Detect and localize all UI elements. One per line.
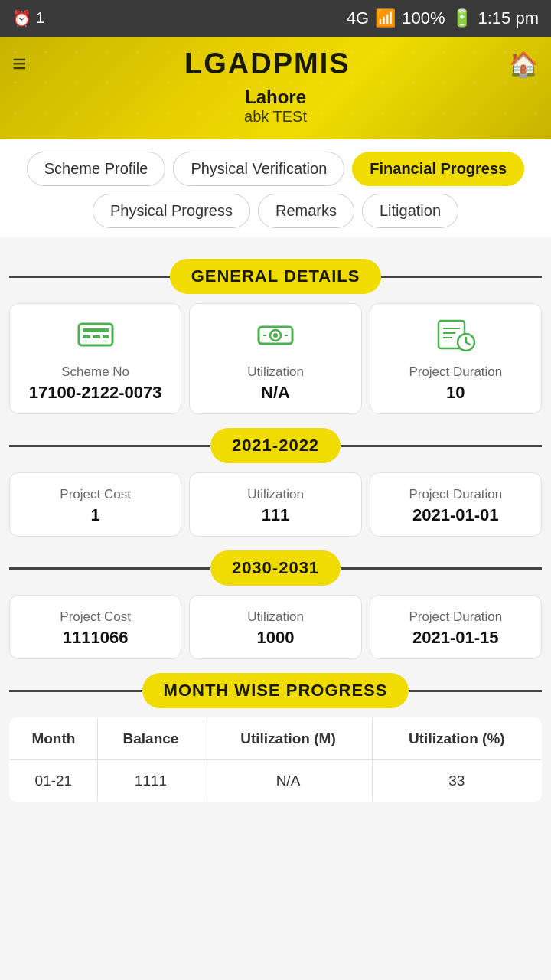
col-utilization-pct: Utilization (%) — [372, 718, 541, 760]
duration-icon — [435, 318, 475, 357]
year-2030-2031-badge: 2030-2031 — [210, 550, 341, 586]
utilization-label: Utilization — [247, 364, 304, 380]
battery-percent: 100% — [402, 8, 445, 28]
year2-project-cost-label: Project Cost — [60, 609, 131, 625]
year1-duration-card: Project Duration 2021-01-01 — [370, 472, 542, 537]
section-line-left-y2 — [9, 567, 210, 570]
location-label: Lahore — [245, 87, 306, 108]
header-top: ≡ LGADPMIS 🏠 — [12, 47, 539, 80]
row-utilization-m: N/A — [204, 760, 373, 802]
tab-physical-progress[interactable]: Physical Progress — [93, 194, 250, 228]
year1-project-cost-value: 1 — [91, 505, 100, 525]
svg-rect-1 — [83, 328, 109, 332]
col-month: Month — [10, 718, 98, 760]
month-wise-progress-badge: MONTH WISE PROGRESS — [142, 673, 409, 708]
year1-project-cost-card: Project Cost 1 — [9, 472, 181, 537]
year1-project-cost-label: Project Cost — [60, 487, 131, 502]
year2-duration-value: 2021-01-15 — [412, 628, 499, 648]
utilization-value: N/A — [261, 383, 290, 403]
year-section-2030-2031: 2030-2031 Project Cost 1111066 Utilizati… — [9, 550, 542, 659]
year-2030-2031-header: 2030-2031 — [9, 550, 542, 586]
year2-project-cost-value: 1111066 — [63, 628, 129, 648]
subtitle-label: abk TESt — [244, 108, 307, 126]
tab-litigation[interactable]: Litigation — [362, 194, 458, 228]
battery-icon: 🔋 — [452, 8, 472, 28]
year-2021-2022-header: 2021-2022 — [9, 428, 542, 463]
project-duration-card: Project Duration 10 — [370, 303, 542, 414]
home-icon[interactable]: 🏠 — [508, 50, 539, 79]
section-line-right-y2 — [341, 567, 542, 570]
svg-rect-2 — [83, 335, 90, 338]
row-utilization-pct: 33 — [372, 760, 541, 802]
scheme-icon — [76, 318, 116, 357]
section-line-right — [381, 276, 542, 278]
table-header-row: Month Balance Utilization (M) Utilizatio… — [10, 718, 542, 760]
status-bar: ⏰ 1 4G 📶 100% 🔋 1:15 pm — [0, 0, 551, 37]
section-line-left-m — [9, 690, 142, 692]
main-content: GENERAL DETAILS Scheme No 17100-2122-007… — [0, 237, 551, 818]
scheme-no-label: Scheme No — [61, 364, 129, 380]
year1-cards: Project Cost 1 Utilization 111 Project D… — [9, 472, 542, 537]
scheme-no-card: Scheme No 17100-2122-0073 — [9, 303, 181, 414]
tabs-container: Scheme Profile Physical Verification Fin… — [0, 139, 551, 237]
col-utilization-m: Utilization (M) — [204, 718, 373, 760]
year-section-2021-2022: 2021-2022 Project Cost 1 Utilization 111… — [9, 428, 542, 537]
signal-icon: 📶 — [375, 8, 396, 28]
year2-duration-label: Project Duration — [409, 609, 502, 625]
project-duration-label: Project Duration — [409, 364, 502, 380]
scheme-no-value: 17100-2122-0073 — [29, 383, 162, 403]
year1-utilization-label: Utilization — [247, 487, 304, 502]
svg-point-7 — [273, 333, 278, 338]
tab-financial-progress[interactable]: Financial Progress — [352, 152, 524, 186]
year1-duration-label: Project Duration — [409, 487, 502, 502]
svg-rect-0 — [79, 324, 112, 345]
year2-cards: Project Cost 1111066 Utilization 1000 Pr… — [9, 595, 542, 659]
tab-physical-verification[interactable]: Physical Verification — [173, 152, 344, 186]
utilization-card: Utilization N/A — [189, 303, 361, 414]
project-duration-value: 10 — [446, 383, 465, 403]
section-line-right-y1 — [341, 445, 542, 447]
svg-rect-3 — [93, 335, 100, 338]
year2-utilization-card: Utilization 1000 — [189, 595, 361, 659]
year1-utilization-value: 111 — [262, 505, 290, 525]
year2-utilization-label: Utilization — [247, 609, 304, 625]
section-line-right-m — [409, 690, 542, 692]
general-details-badge: GENERAL DETAILS — [170, 259, 382, 294]
month-wise-progress-table: Month Balance Utilization (M) Utilizatio… — [9, 717, 542, 802]
section-line-left — [9, 276, 170, 278]
year2-duration-card: Project Duration 2021-01-15 — [370, 595, 542, 659]
row-balance: 1111 — [97, 760, 204, 802]
utilization-icon — [256, 318, 295, 357]
table-row: 01-21 1111 N/A 33 — [10, 760, 542, 802]
year-2021-2022-badge: 2021-2022 — [210, 428, 341, 463]
hamburger-icon[interactable]: ≡ — [12, 50, 27, 78]
general-details-header: GENERAL DETAILS — [9, 259, 542, 294]
status-bar-left: ⏰ 1 — [12, 9, 44, 28]
general-details-cards: Scheme No 17100-2122-0073 Utilization N/… — [9, 303, 542, 414]
year2-project-cost-card: Project Cost 1111066 — [9, 595, 181, 659]
row-month: 01-21 — [10, 760, 98, 802]
svg-rect-4 — [103, 335, 109, 338]
year2-utilization-value: 1000 — [257, 628, 295, 648]
tab-scheme-profile[interactable]: Scheme Profile — [27, 152, 166, 186]
time: 1:15 pm — [478, 8, 540, 28]
app-title: LGADPMIS — [184, 47, 350, 80]
month-wise-progress-header: MONTH WISE PROGRESS — [9, 673, 542, 708]
alarm-icon: ⏰ — [12, 9, 31, 28]
col-balance: Balance — [97, 718, 204, 760]
year1-duration-value: 2021-01-01 — [412, 505, 499, 525]
section-line-left-y1 — [9, 445, 210, 447]
network-type: 4G — [347, 8, 369, 28]
notification-icon: 1 — [36, 9, 44, 28]
tab-remarks[interactable]: Remarks — [258, 194, 354, 228]
year1-utilization-card: Utilization 111 — [189, 472, 361, 537]
header: ≡ LGADPMIS 🏠 Lahore abk TESt — [0, 37, 551, 139]
